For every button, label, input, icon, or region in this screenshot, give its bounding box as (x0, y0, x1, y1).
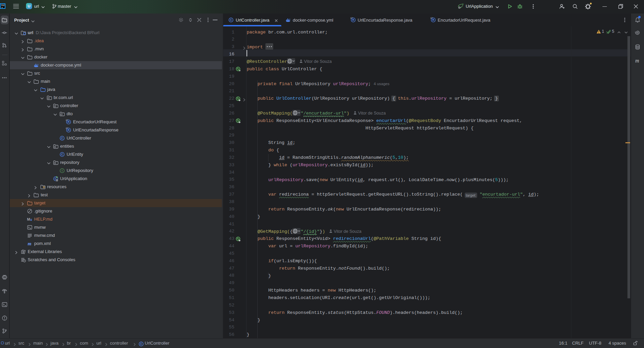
svg-text:C: C (230, 18, 232, 22)
svg-text:M: M (27, 217, 30, 221)
svg-text:m: m (28, 241, 31, 246)
svg-text:R: R (432, 18, 434, 22)
svg-text:I: I (62, 169, 62, 172)
svg-text:R: R (68, 128, 70, 132)
svg-text:R: R (68, 120, 70, 124)
svg-text:C: C (61, 153, 63, 156)
svg-text:C: C (140, 342, 142, 346)
svg-text:C: C (61, 136, 63, 140)
svg-text:R: R (352, 18, 354, 22)
